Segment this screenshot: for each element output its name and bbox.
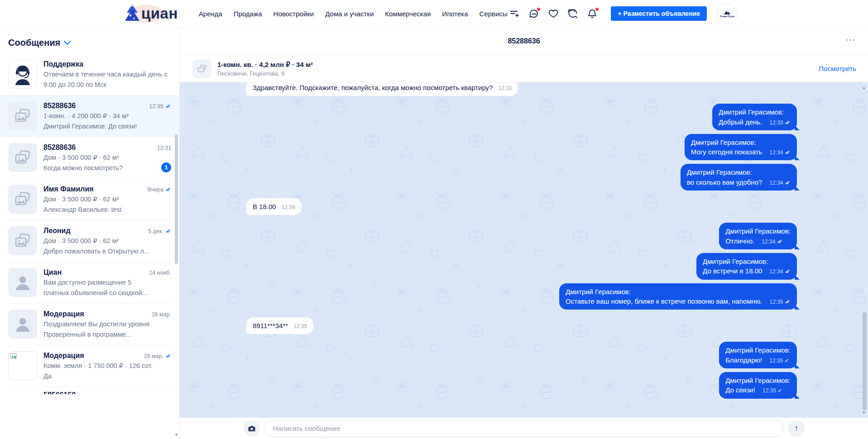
- account-avatar[interactable]: Этажи Псков: [717, 3, 738, 24]
- list-item-cian[interactable]: Циан 24 нояб. Вам доступно размещение 5 …: [0, 262, 179, 303]
- message-history: Здравствуйте. Подскажите, пожалуйста, ко…: [180, 82, 868, 418]
- dialog-time: 24 нояб.: [149, 270, 171, 276]
- list-item-85288636[interactable]: 85288636 12:35 ✓✓ 1-комн. · 4 200 000 ₽ …: [0, 95, 179, 137]
- dialog-title: Модерация: [43, 352, 84, 360]
- list-item-leonid[interactable]: Леонид 5 дек. ✓✓ Дом · 3 500 000 ₽ · 62 …: [0, 220, 179, 262]
- list-item-85288636-house[interactable]: 85288636 12:31 Дом · 3 500 000 ₽ · 62 м²…: [0, 137, 179, 178]
- notifications-bell-icon[interactable]: [586, 8, 598, 19]
- dialog-time: 28 мар. ✓✓: [144, 353, 171, 359]
- message-list: Здравствуйте. Подскажите, пожалуйста, ко…: [180, 82, 868, 418]
- more-options-icon[interactable]: ⋯: [845, 34, 856, 46]
- dialog-title: Циан: [43, 268, 62, 277]
- outgoing-message: Дмитрий Герасимов:Могу сегодня показать …: [246, 134, 797, 161]
- dialog-title: 58566150: [43, 391, 76, 394]
- list-item-moderation-2[interactable]: Модерация 28 мар. ✓✓ Комм. земля · 1 750…: [0, 345, 179, 387]
- listing-photo-placeholder-icon: [8, 143, 37, 172]
- view-listing-link[interactable]: Посмотреть: [819, 65, 856, 72]
- chat-scrollbar-thumb[interactable]: [863, 312, 867, 410]
- property-photo-placeholder-icon: [192, 59, 211, 78]
- nav-ipoteka[interactable]: Ипотека: [442, 10, 468, 18]
- messages-alert-dot: [537, 7, 541, 11]
- read-check-icon: ✓✓: [785, 180, 791, 186]
- listing-photo-placeholder-icon: [8, 101, 37, 130]
- dialog-line1: Поздравляем! Вы достигли уровня: [43, 320, 171, 329]
- dialog-title: Поддержка: [43, 60, 83, 68]
- list-item-support[interactable]: Поддержка Отвечаем в течение часа каждый…: [0, 53, 179, 95]
- cian-logo[interactable]: циан: [123, 4, 178, 24]
- person-avatar-icon: [8, 310, 37, 339]
- dialog-time: Вчера ✓✓: [148, 186, 171, 193]
- nav-arenda[interactable]: Аренда: [199, 10, 222, 18]
- dialog-line2: Проверенный в программе...: [43, 330, 171, 339]
- sidebar-scrollbar-thumb[interactable]: [175, 134, 178, 264]
- property-address: Писковичи, Гецентова, 9: [217, 70, 313, 77]
- list-item-moderation[interactable]: Модерация 28 мар. Поздравляем! Вы достиг…: [0, 303, 179, 345]
- outgoing-message: Дмитрий Герасимов:Благодарю! 12:35 ✓: [246, 342, 797, 368]
- dialog-title: Леонид: [43, 227, 71, 235]
- incoming-message: В 18.0012:34: [246, 198, 797, 215]
- dialog-line2: Дмитрий Герасимов: До связи!: [43, 122, 171, 131]
- read-check-icon: ✓✓: [785, 149, 791, 156]
- dialog-line1: Дом · 3 500 000 ₽ · 62 м²: [43, 153, 171, 162]
- chat-panel: 85288636 ⋯ 1-комн. кв. · 4,2 млн ₽ · 34 …: [180, 28, 868, 439]
- send-button[interactable]: ↑: [788, 420, 805, 437]
- person-avatar-icon: [8, 268, 37, 297]
- saved-search-heart-icon[interactable]: [567, 8, 579, 19]
- read-check-icon: ✓✓: [785, 299, 791, 305]
- read-check-icon: ✓✓: [785, 268, 791, 275]
- dialog-line2: платных объявлений со скидкой...: [43, 288, 171, 297]
- sidebar-scroll-down-icon[interactable]: ▼: [174, 433, 178, 437]
- dialog-line1: Дом · 3 500 000 ₽ · 62 м²: [43, 236, 171, 245]
- outgoing-message: Дмитрий Герасимов:Оставьте ваш номер, бл…: [246, 283, 797, 310]
- chevron-down-icon[interactable]: [64, 38, 71, 45]
- chat-scroll-up-icon[interactable]: ▲: [862, 85, 866, 90]
- outgoing-message: Дмитрий Герасимов:во сколько вам удобно?…: [246, 164, 797, 191]
- nav-kommercheskaya[interactable]: Коммерческая: [385, 10, 431, 18]
- read-check-icon: ✓✓: [785, 119, 791, 126]
- dialog-title: Модерация: [43, 310, 84, 318]
- unread-count-badge: 1: [161, 162, 171, 172]
- dialog-line1: Дом · 3 500 000 ₽ · 62 м²: [43, 195, 171, 204]
- list-item-58566150[interactable]: 58566150: [0, 387, 179, 394]
- list-item-imya-familiya[interactable]: Имя Фамилия Вчера ✓✓ Дом · 3 500 000 ₽ ·…: [0, 178, 179, 220]
- sidebar-title: Сообщения: [8, 38, 60, 48]
- dialog-time: 12:31: [157, 145, 171, 151]
- attach-photo-button[interactable]: [244, 420, 260, 437]
- logo-text: циан: [141, 5, 178, 22]
- top-navigation-bar: циан Аренда Продажа Новостройки Дома и у…: [0, 0, 868, 28]
- listing-photo-placeholder-icon: [8, 185, 37, 214]
- header-icons: [508, 8, 598, 19]
- account-avatar-label: Этажи Псков: [720, 15, 734, 18]
- nav-novostroyki[interactable]: Новостройки: [273, 10, 314, 18]
- incoming-message: 8911***34**12:35: [246, 317, 797, 334]
- dialogs-sidebar: Сообщения Поддержка Отвечаем в течение ч…: [0, 28, 180, 439]
- read-check-icon: ✓✓: [165, 103, 171, 110]
- message-input[interactable]: [264, 420, 784, 437]
- camera-icon: [248, 425, 256, 433]
- post-listing-button[interactable]: + Разместить объявление: [611, 6, 707, 21]
- nav-prodazha[interactable]: Продажа: [234, 10, 262, 18]
- listing-photo-placeholder-icon: [8, 226, 37, 255]
- sent-check-icon: ✓: [777, 387, 782, 394]
- outgoing-message: Дмитрий Герасимов:До встречи в 18.00 12:…: [246, 253, 797, 280]
- outgoing-message: Дмитрий Герасимов:Добрый день. 12:33 ✓✓: [246, 104, 797, 130]
- property-info-bar: 1-комн. кв. · 4,2 млн ₽ · 34 м² Пискович…: [180, 55, 868, 82]
- chat-title: 85288636: [508, 37, 540, 45]
- dialog-line2: Да: [43, 372, 171, 381]
- dialog-time: 12:35 ✓✓: [149, 103, 171, 110]
- dialog-line2: 9:00 до 20:00 по Мск: [43, 80, 171, 89]
- messages-icon[interactable]: [528, 8, 540, 19]
- chat-scroll-down-icon[interactable]: ▼: [862, 410, 866, 415]
- dialog-time: 5 дек. ✓✓: [148, 228, 171, 234]
- main-nav: Аренда Продажа Новостройки Дома и участк…: [199, 10, 508, 18]
- saved-searches-icon[interactable]: [508, 8, 520, 19]
- nav-doma[interactable]: Дома и участки: [325, 10, 374, 18]
- christmas-tree-icon: [123, 4, 141, 24]
- favorites-heart-icon[interactable]: [547, 8, 559, 19]
- read-check-icon: ✓✓: [165, 353, 171, 359]
- nav-servisy[interactable]: Сервисы: [480, 10, 508, 18]
- dialog-line2: Добро пожаловать в Открытую л...: [43, 247, 171, 256]
- broken-image-icon: [8, 351, 37, 380]
- dialog-line1: Отвечаем в течение часа каждый день с: [43, 70, 171, 79]
- dialog-title: 85288636: [43, 143, 76, 152]
